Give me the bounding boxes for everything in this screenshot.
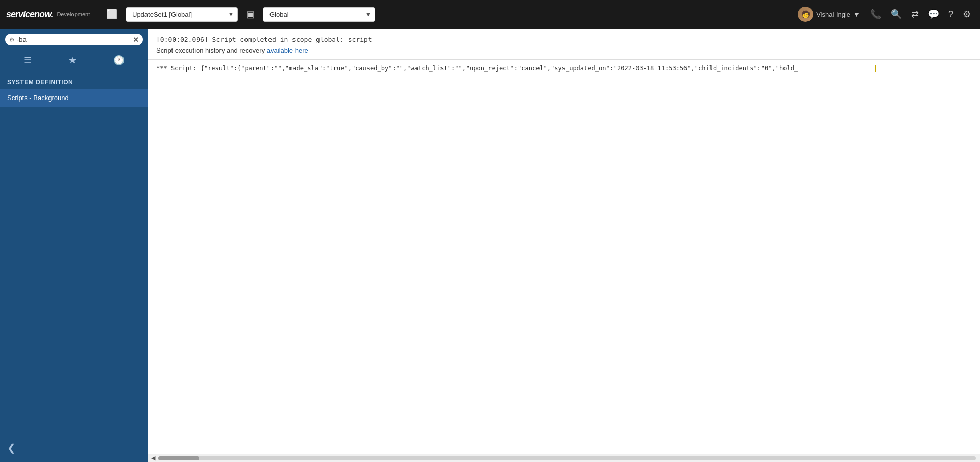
script-completion-line: [0:00:02.096] Script completed in scope … [148,29,980,45]
scope-selector-wrap: Global System ▼ [263,7,375,22]
scroll-left-button[interactable]: ◀ [150,455,156,461]
sidebar-tab-bar: ☰ ★ 🕐 [0,48,148,72]
filter-icon: ⚙ [9,36,15,43]
search-clear-button[interactable]: ✕ [133,36,139,43]
chat-icon-button[interactable]: 💬 [925,7,942,22]
sidebar-item-scripts-background[interactable]: Scripts - Background [0,89,148,107]
tablet-icon-button[interactable]: ⬜ [103,7,120,22]
sidebar-collapse-button[interactable]: ❮ [7,442,16,454]
script-result-text: *** Script: {"result":{"parent":"","made… [156,65,798,72]
tab-history[interactable]: 🕐 [107,53,131,68]
updateset-select[interactable]: UpdateSet1 [Global] Default [Global] [126,7,238,22]
available-here-link[interactable]: available here [267,46,308,54]
user-name-label: Vishal Ingle [816,11,850,18]
cursor-indicator [875,65,876,72]
updateset-selector-wrap: UpdateSet1 [Global] Default [Global] ▼ [126,7,238,22]
settings-icon-button[interactable]: ⚙ [960,7,974,22]
user-chevron-icon: ▼ [853,11,860,18]
script-history-prefix: Script execution history and recovery [156,46,267,54]
script-history-line: Script execution history and recovery av… [148,45,980,60]
sidebar-search-input[interactable] [17,36,131,43]
main-layout: ⚙ ✕ ☰ ★ 🕐 System Definition Scripts - Ba… [0,29,980,462]
sidebar-section-header: System Definition [0,72,148,89]
tab-favorites[interactable]: ★ [62,53,83,68]
user-menu-button[interactable]: 🧑 Vishal Ingle ▼ [794,5,864,24]
sidebar: ⚙ ✕ ☰ ★ 🕐 System Definition Scripts - Ba… [0,29,148,462]
topnav-right-area: 🧑 Vishal Ingle ▼ 📞 🔍 ⇄ 💬 ? ⚙ [794,5,974,24]
script-output-area: *** Script: {"result":{"parent":"","made… [148,60,980,462]
tab-list[interactable]: ☰ [17,53,38,68]
scroll-thumb[interactable] [158,456,199,460]
scope-select[interactable]: Global System [263,7,375,22]
horizontal-scrollbar[interactable]: ◀ [148,454,980,462]
search-icon-button[interactable]: 🔍 [888,7,905,22]
connect-icon-button[interactable]: ⇄ [908,7,922,22]
help-icon-button[interactable]: ? [945,7,957,22]
brand-logo-area: servicenow. Development [6,9,98,20]
user-avatar: 🧑 [798,7,813,22]
main-content: [0:00:02.096] Script completed in scope … [148,29,980,462]
environment-label: Development [57,11,90,17]
sidebar-search-area: ⚙ ✕ [0,29,148,48]
window-icon-button[interactable]: ▣ [243,7,258,22]
scroll-track[interactable] [158,456,976,460]
phone-icon-button[interactable]: 📞 [867,7,885,22]
search-box: ⚙ ✕ [5,34,143,45]
servicenow-logo: servicenow. [6,9,53,20]
top-navigation: servicenow. Development ⬜ UpdateSet1 [Gl… [0,0,980,29]
